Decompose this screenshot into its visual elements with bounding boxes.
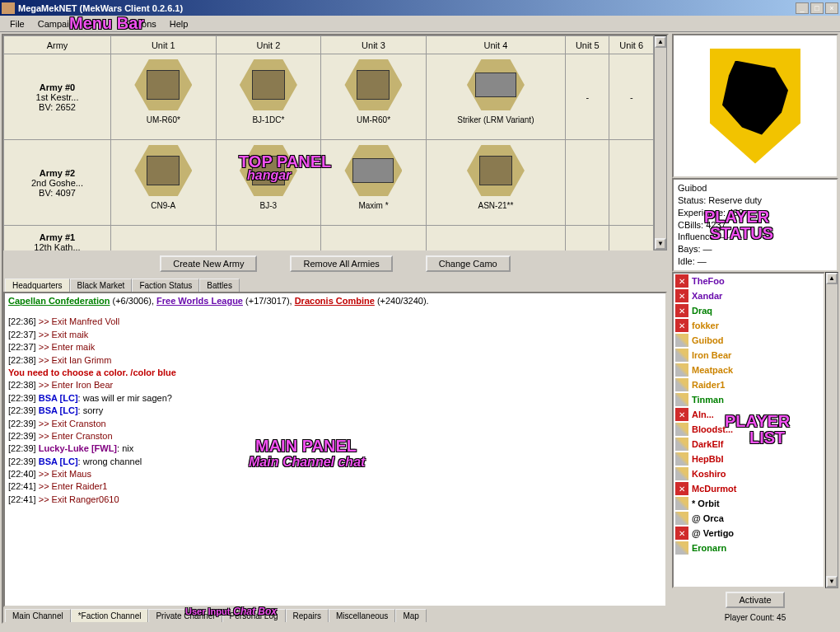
unit-cell[interactable] <box>111 226 217 251</box>
player-row[interactable]: ✕McDurmot <box>674 481 824 496</box>
unit-cell[interactable] <box>426 226 565 251</box>
player-row[interactable]: HepBbI <box>674 452 824 466</box>
player-list[interactable]: ✕TheFoo✕Xandar✕Draq✕fokkerGuibodIron Bea… <box>672 272 825 588</box>
menu-options[interactable]: Options <box>119 17 163 30</box>
hangar-header[interactable]: Unit 4 <box>426 36 565 54</box>
unit-cell[interactable]: UM-R60* <box>321 54 427 140</box>
minimize-button[interactable]: _ <box>796 2 809 14</box>
hangar-header[interactable]: Unit 6 <box>609 36 654 54</box>
tab-black-market[interactable]: Black Market <box>70 279 133 292</box>
player-row[interactable]: Meatpack <box>674 363 824 377</box>
unit-cell[interactable] <box>566 140 609 226</box>
maximize-button[interactable]: □ <box>810 2 824 14</box>
unit-cell[interactable] <box>609 226 654 251</box>
player-name: @ Vertigo <box>692 528 734 538</box>
player-name: fokker <box>692 321 719 330</box>
player-row[interactable]: DarkElf <box>674 437 824 452</box>
scroll-down-icon[interactable]: ▼ <box>655 238 666 250</box>
remove-armies-button[interactable]: Remove All Armies <box>290 255 392 272</box>
player-row[interactable]: ✕TheFoo <box>674 274 824 288</box>
unit-cell[interactable]: BJ-3 <box>216 140 321 226</box>
menu-help[interactable]: Help <box>163 17 195 30</box>
unit-cell[interactable] <box>321 226 427 251</box>
create-army-button[interactable]: Create New Army <box>160 255 257 272</box>
player-row[interactable]: Tinman <box>674 392 824 407</box>
unit-cell[interactable]: - <box>609 54 654 140</box>
player-name: Iron Bear <box>692 350 731 360</box>
player-row[interactable]: ✕Draq <box>674 303 824 318</box>
player-row[interactable]: * Orbit <box>674 496 824 511</box>
scroll-up-icon[interactable]: ▲ <box>826 273 838 284</box>
player-name: DarkElf <box>692 439 724 449</box>
player-row[interactable]: ✕fokker <box>674 318 824 333</box>
tab-map[interactable]: Map <box>395 609 426 622</box>
menu-campaign[interactable]: Campaign <box>31 17 86 30</box>
player-name: Tinman <box>692 395 724 405</box>
player-row[interactable]: ✕Xandar <box>674 288 824 303</box>
close-button[interactable]: × <box>825 2 838 14</box>
player-row[interactable]: Bloodst... <box>674 422 824 437</box>
app-icon <box>2 2 15 14</box>
player-name: Meatpack <box>692 365 733 375</box>
scroll-down-icon[interactable]: ▼ <box>826 576 838 588</box>
tab-faction-status[interactable]: Faction Status <box>132 279 199 292</box>
player-row[interactable]: ✕@ Vertigo <box>674 526 824 541</box>
scroll-up-icon[interactable]: ▲ <box>655 36 666 48</box>
hangar-header[interactable]: Army <box>4 36 111 54</box>
unit-cell[interactable]: CN9-A <box>111 140 217 226</box>
crossed-swords-red-icon: ✕ <box>675 274 688 288</box>
menu-file[interactable]: File <box>3 17 31 30</box>
faction-link[interactable]: Capellan Confederation <box>8 296 110 306</box>
menu-spacer <box>86 22 119 26</box>
tab-private-channel[interactable]: Private Channel <box>148 609 222 622</box>
hangar-table: ArmyUnit 1Unit 2Unit 3Unit 4Unit 5Unit 6… <box>3 35 654 250</box>
hangar-scrollbar[interactable]: ▲ ▼ <box>654 35 667 250</box>
tab-personal-log[interactable]: Personal Log <box>222 609 286 622</box>
tab-main-channel[interactable]: Main Channel <box>5 609 71 622</box>
unit-cell[interactable] <box>609 140 654 226</box>
player-name: Eronarn <box>692 543 726 553</box>
change-camo-button[interactable]: Change Camo <box>426 255 511 272</box>
hangar-header[interactable]: Unit 3 <box>321 36 427 54</box>
player-row[interactable]: Iron Bear <box>674 348 824 363</box>
player-row[interactable]: ✕Aln... <box>674 407 824 422</box>
sword-icon <box>675 541 688 555</box>
army-cell[interactable]: Army #112th Kath... <box>4 226 111 251</box>
tab-miscellaneous[interactable]: Miscellaneous <box>329 609 395 622</box>
window-title: MegaMekNET (MekWars Client 0.2.6.1) <box>18 3 794 13</box>
player-row[interactable]: Raider1 <box>674 377 824 392</box>
tab-repairs[interactable]: Repairs <box>286 609 329 622</box>
tab-headquarters[interactable]: Headquarters <box>5 279 70 292</box>
unit-cell[interactable] <box>566 226 609 251</box>
player-list-scrollbar[interactable]: ▲ ▼ <box>825 272 838 588</box>
chat-panel[interactable]: Capellan Confederation (+6/3006), Free W… <box>3 292 667 607</box>
unit-cell[interactable]: UM-R60* <box>111 54 217 140</box>
faction-link[interactable]: Draconis Combine <box>295 296 375 306</box>
unit-cell[interactable]: - <box>566 54 609 140</box>
chat-line: [22:37] >> Enter maik <box>8 341 662 353</box>
hangar-header[interactable]: Unit 1 <box>111 36 217 54</box>
faction-link[interactable]: Free Worlds League <box>156 296 243 306</box>
tab-battles[interactable]: Battles <box>199 279 240 292</box>
chat-line: [22:38] >> Exit Ian Grimm <box>8 354 662 367</box>
unit-cell[interactable]: ASN-21** <box>426 140 565 226</box>
sword-icon <box>675 393 688 406</box>
player-name: McDurmot <box>692 484 736 494</box>
faction-crest <box>672 34 838 178</box>
sword-icon <box>675 452 688 466</box>
player-row[interactable]: Eronarn <box>674 541 824 555</box>
sword-icon <box>675 349 688 362</box>
hangar-header[interactable]: Unit 5 <box>566 36 609 54</box>
player-row[interactable]: @ Orca <box>674 511 824 526</box>
activate-button[interactable]: Activate <box>726 592 784 608</box>
army-cell[interactable]: Army #22nd Goshe...BV: 4097 <box>4 140 111 226</box>
unit-cell[interactable]: Striker (LRM Variant) <box>426 54 565 140</box>
player-row[interactable]: Koshiro <box>674 466 824 481</box>
unit-cell[interactable]: Maxim * <box>321 140 427 226</box>
tab--faction-channel[interactable]: *Faction Channel <box>71 609 149 622</box>
army-cell[interactable]: Army #01st Kestr...BV: 2652 <box>4 54 111 140</box>
unit-cell[interactable]: BJ-1DC* <box>216 54 321 140</box>
unit-cell[interactable] <box>216 226 321 251</box>
player-row[interactable]: Guibod <box>674 333 824 348</box>
hangar-header[interactable]: Unit 2 <box>216 36 321 54</box>
